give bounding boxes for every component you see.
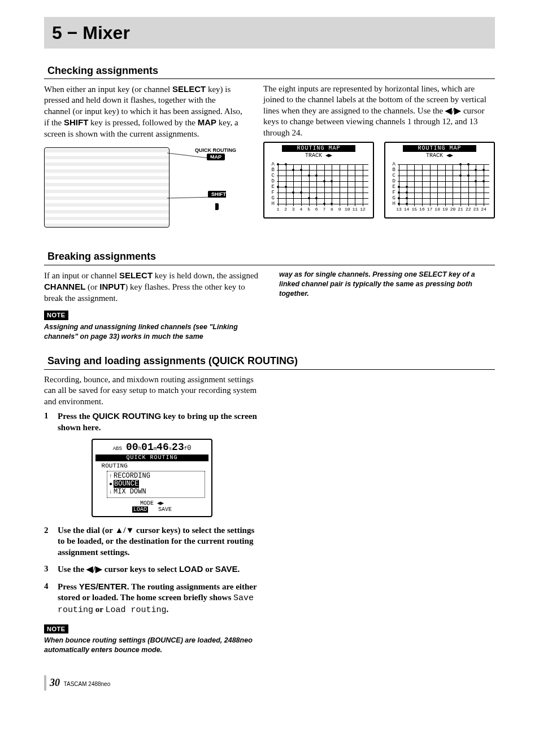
svg-line-0	[167, 153, 214, 159]
section-heading-checking: Checking assignments	[44, 64, 495, 79]
device-diagram: QUICK ROUTING MAP SHIFT	[44, 147, 236, 232]
routing-map-right: ROUTING MAP TRACK ◀▶ ABCDEFGH13141516171…	[384, 142, 495, 219]
page-footer: 30 TASCAM 2488neo	[44, 675, 495, 691]
chapter-header: 5 − Mixer	[44, 17, 495, 49]
steps-list: 1Press the QUICK ROUTING key to bring up…	[44, 410, 260, 615]
checking-left-para: When either an input key (or channel SEL…	[44, 84, 244, 140]
page-number: 30	[50, 677, 60, 688]
step-item: 4Press YES/ENTER. The routing assignment…	[44, 581, 260, 616]
breaking-note-left: Assigning and unassigning linked channel…	[44, 322, 260, 342]
saving-note: When bounce routing settings (BOUNCE) ar…	[44, 636, 260, 655]
breaking-left-para: If an input or channel SELECT key is hel…	[44, 270, 260, 304]
routing-map-left: ROUTING MAP TRACK ◀▶ ABCDEFGH12345678910…	[263, 142, 374, 219]
quick-routing-screen: ABS 00h01m46s23f0QUICK ROUTING ROUTING↑R…	[92, 439, 212, 517]
breaking-note-right: way as for single channels. Pressing one…	[279, 270, 495, 299]
svg-line-1	[167, 197, 214, 198]
step-item: 3Use the ◀/▶ cursor keys to select LOAD …	[44, 563, 260, 575]
routing-map-figures: ROUTING MAP TRACK ◀▶ ABCDEFGH12345678910…	[263, 142, 495, 219]
saving-intro: Recording, bounce, and mixdown routing a…	[44, 374, 260, 408]
checking-right-para: The eight inputs are represented by hori…	[263, 84, 495, 139]
note-label-2: NOTE	[44, 624, 68, 633]
note-label: NOTE	[44, 311, 68, 320]
footer-product: TASCAM 2488neo	[64, 681, 111, 687]
step-item: 1Press the QUICK ROUTING key to bring up…	[44, 410, 260, 433]
section-heading-saving: Saving and loading assignments (QUICK RO…	[44, 355, 495, 369]
section-heading-breaking: Breaking assignments	[44, 250, 495, 265]
step-item: 2Use the dial (or ▲/▼ cursor keys) to se…	[44, 525, 260, 558]
chapter-title: 5 − Mixer	[52, 21, 487, 45]
callout-lines	[44, 147, 236, 232]
